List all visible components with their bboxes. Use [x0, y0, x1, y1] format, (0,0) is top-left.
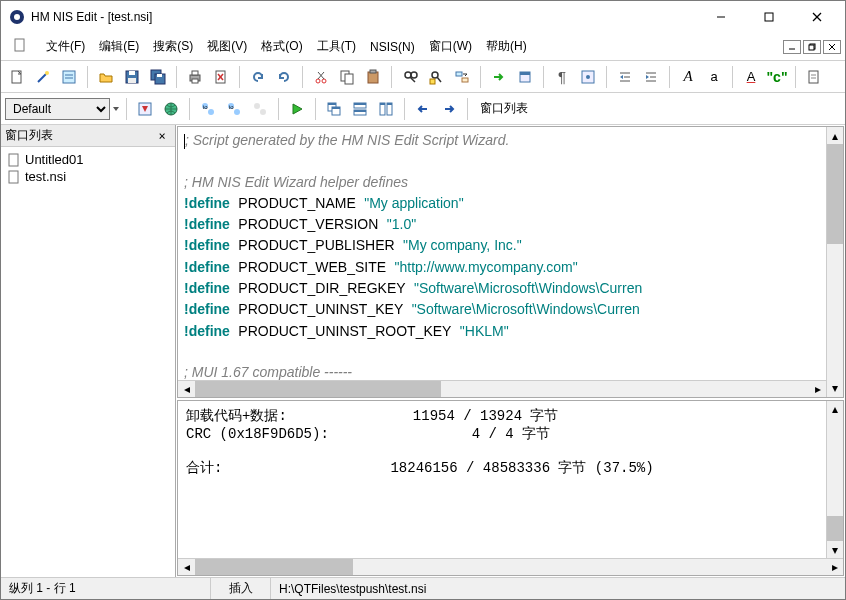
svg-rect-6: [15, 39, 24, 51]
undo-button[interactable]: [246, 65, 270, 89]
quote-button[interactable]: "c": [765, 65, 789, 89]
menu-nsis[interactable]: NSIS(N): [363, 36, 422, 58]
menu-file[interactable]: 文件(F): [39, 34, 92, 59]
layout-vert-button[interactable]: [374, 97, 398, 121]
window-list-label[interactable]: 窗口列表: [474, 100, 534, 117]
statusbar: 纵列 1 - 行 1 插入 H:\QTFiles\testpush\test.n…: [1, 577, 845, 599]
svg-rect-19: [128, 78, 136, 83]
menu-edit[interactable]: 编辑(E): [92, 34, 146, 59]
ini1-button[interactable]: io: [196, 97, 220, 121]
saveall-button[interactable]: [146, 65, 170, 89]
find-button[interactable]: [398, 65, 422, 89]
panel-close-button[interactable]: ×: [153, 129, 171, 143]
wizard-button[interactable]: [31, 65, 55, 89]
hscroll-thumb[interactable]: [195, 559, 353, 575]
options-button[interactable]: [576, 65, 600, 89]
maximize-button[interactable]: [751, 5, 787, 29]
menu-format[interactable]: 格式(O): [254, 34, 309, 59]
find-in-files-button[interactable]: [424, 65, 448, 89]
scroll-left-icon[interactable]: ◂: [178, 559, 195, 575]
editor-pane: ; Script generated by the HM NIS Edit Sc…: [177, 126, 844, 398]
ini2-button[interactable]: io: [222, 97, 246, 121]
save-button[interactable]: [120, 65, 144, 89]
template-button[interactable]: [57, 65, 81, 89]
nav-back-button[interactable]: [411, 97, 435, 121]
svg-point-13: [45, 71, 49, 75]
svg-rect-25: [192, 79, 198, 83]
style-combo[interactable]: Default: [5, 98, 110, 120]
cut-button[interactable]: [309, 65, 333, 89]
app-icon: [9, 9, 25, 25]
goto-button[interactable]: [487, 65, 511, 89]
svg-rect-3: [765, 13, 773, 21]
close-doc-button[interactable]: [209, 65, 233, 89]
menu-window[interactable]: 窗口(W): [422, 34, 479, 59]
scroll-down-icon[interactable]: ▾: [827, 380, 843, 397]
italic-button[interactable]: A: [676, 65, 700, 89]
list-item[interactable]: test.nsi: [5, 168, 171, 185]
editor-hscrollbar[interactable]: ◂ ▸: [178, 380, 826, 397]
scroll-down-icon[interactable]: ▾: [827, 541, 843, 558]
minimize-button[interactable]: [703, 5, 739, 29]
output-hscrollbar[interactable]: ◂ ▸: [178, 558, 843, 575]
close-button[interactable]: [799, 5, 835, 29]
mdi-restore-button[interactable]: [803, 40, 821, 54]
output-pane: 卸载代码+数据: 11954 / 13924 字节 CRC (0x18F9D6D…: [177, 400, 844, 576]
editor-vscrollbar[interactable]: ▴ ▾: [826, 127, 843, 397]
redo-button[interactable]: [272, 65, 296, 89]
menu-tools[interactable]: 工具(T): [310, 34, 363, 59]
new-button[interactable]: [5, 65, 29, 89]
vscroll-thumb[interactable]: [827, 516, 843, 541]
scroll-right-icon[interactable]: ▸: [809, 381, 826, 397]
layout-horiz-button[interactable]: [348, 97, 372, 121]
open-button[interactable]: [94, 65, 118, 89]
scroll-up-icon[interactable]: ▴: [827, 401, 843, 418]
menu-new-blank-icon[interactable]: [5, 33, 35, 60]
svg-point-29: [316, 79, 320, 83]
svg-rect-18: [129, 71, 135, 75]
nav-forward-button[interactable]: [437, 97, 461, 121]
ini-disabled-button[interactable]: [248, 97, 272, 121]
scroll-left-icon[interactable]: ◂: [178, 381, 195, 397]
status-position: 纵列 1 - 行 1: [1, 578, 211, 599]
webhelp-button[interactable]: [159, 97, 183, 121]
case-button[interactable]: a: [702, 65, 726, 89]
scroll-right-icon[interactable]: ▸: [826, 559, 843, 575]
insert-file-button[interactable]: [802, 65, 826, 89]
list-item[interactable]: Untitled01: [5, 151, 171, 168]
svg-rect-55: [809, 71, 818, 83]
paste-button[interactable]: [361, 65, 385, 89]
menu-search[interactable]: 搜索(S): [146, 34, 200, 59]
exec-button[interactable]: [133, 97, 157, 121]
code-editor[interactable]: ; Script generated by the HM NIS Edit Sc…: [178, 127, 826, 380]
font-color-button[interactable]: A: [739, 65, 763, 89]
svg-rect-77: [380, 103, 385, 105]
mdi-minimize-button[interactable]: [783, 40, 801, 54]
svg-rect-44: [462, 78, 468, 82]
mdi-close-button[interactable]: [823, 40, 841, 54]
right-area: ; Script generated by the HM NIS Edit Sc…: [176, 125, 845, 577]
file-list[interactable]: Untitled01 test.nsi: [1, 147, 175, 577]
topmost-button[interactable]: [513, 65, 537, 89]
hscroll-thumb[interactable]: [195, 381, 441, 397]
replace-button[interactable]: [450, 65, 474, 89]
layout-cascade-button[interactable]: [322, 97, 346, 121]
show-whitespace-button[interactable]: ¶: [550, 65, 574, 89]
outdent-button[interactable]: [639, 65, 663, 89]
svg-rect-36: [370, 70, 376, 73]
svg-point-30: [322, 79, 326, 83]
print-button[interactable]: [183, 65, 207, 89]
output-vscrollbar[interactable]: ▴ ▾: [826, 401, 843, 558]
run-button[interactable]: [285, 97, 309, 121]
copy-button[interactable]: [335, 65, 359, 89]
scroll-up-icon[interactable]: ▴: [827, 127, 843, 144]
panel-header: 窗口列表 ×: [1, 125, 175, 147]
list-item-label: test.nsi: [25, 169, 66, 184]
output-text[interactable]: 卸载代码+数据: 11954 / 13924 字节 CRC (0x18F9D6D…: [178, 401, 826, 558]
toolbar-main: ¶ A a A "c": [1, 61, 845, 93]
titlebar[interactable]: HM NIS Edit - [test.nsi]: [1, 1, 845, 33]
menu-view[interactable]: 视图(V): [200, 34, 254, 59]
indent-button[interactable]: [613, 65, 637, 89]
menu-help[interactable]: 帮助(H): [479, 34, 534, 59]
vscroll-thumb[interactable]: [827, 144, 843, 244]
